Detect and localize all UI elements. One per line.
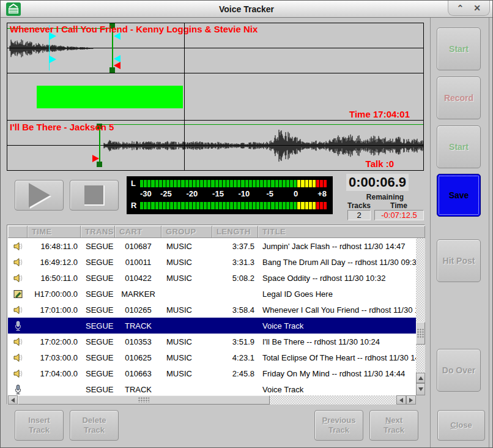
log-row[interactable]: H17:00:00.0SEGUEMARKERLegal ID Goes Here	[8, 286, 416, 302]
talk-overlay-label: Talk :0	[366, 159, 394, 169]
scroll-left-button[interactable]	[396, 395, 406, 405]
scroll-left-button[interactable]	[8, 395, 18, 405]
arrow-left-icon	[11, 398, 15, 403]
meter-segment	[155, 180, 158, 187]
meter-segment	[301, 202, 304, 209]
cell-title: Friday On My Mind -- rdhost 11/30 14:44	[258, 369, 416, 378]
meter-segment	[316, 180, 319, 187]
do-over-button[interactable]: Do Over	[437, 349, 481, 392]
stop-button[interactable]	[70, 180, 119, 211]
previous-track-button[interactable]: PreviousTrack	[314, 410, 363, 441]
speaker-icon	[8, 273, 28, 283]
voice-tracker-window: Voice Tracker ⌃ ✕ Whenever I Call You Fr…	[0, 0, 493, 448]
playhead-cursor[interactable]	[184, 23, 185, 170]
log-row[interactable]: 16:49:12.0SEGUE010011MUSIC3:31.3Bang The…	[8, 254, 416, 270]
meter-segment	[159, 180, 162, 187]
track-next-cart[interactable]: I'll Be There - Jackson 5 Talk :0	[7, 121, 423, 170]
meter-segment	[320, 202, 323, 209]
log-row[interactable]: 17:04:00.0SEGUE010663MUSIC2:45.8Friday O…	[8, 365, 416, 381]
scrollbar-grip	[417, 329, 424, 338]
scroll-right-button[interactable]	[406, 395, 416, 405]
meter-segment	[313, 180, 316, 187]
meter-segment	[283, 180, 286, 187]
meter-segment	[237, 202, 240, 209]
cell-cart: TRACK	[115, 385, 161, 394]
log-row[interactable]: 16:48:11.0SEGUE010687MUSIC3:37.5Jumpin' …	[8, 238, 416, 254]
cell-time: 17:01:00.0	[28, 305, 81, 315]
meter-segment	[174, 202, 177, 209]
meter-segment	[185, 180, 188, 187]
meter-segment	[147, 202, 150, 209]
meter-segment	[196, 180, 199, 187]
end-marker-handle[interactable]	[114, 62, 120, 69]
cell-group: MUSIC	[161, 274, 212, 283]
play-button[interactable]	[15, 180, 64, 211]
scrollbar-corner	[416, 395, 425, 405]
cell-title: Space Oddity -- rdhost 11/30 10:32	[258, 274, 416, 283]
cell-time: 17:04:00.0	[28, 369, 81, 378]
log-row[interactable]: SEGUETRACKVoice Track	[8, 381, 416, 395]
scroll-up-button[interactable]	[416, 373, 425, 383]
marker-icon	[8, 289, 28, 299]
horizontal-scrollbar[interactable]	[8, 395, 416, 405]
stop-icon	[84, 185, 105, 206]
log-row[interactable]: 17:01:00.0SEGUE010265MUSIC3:58.4Whenever…	[8, 302, 416, 318]
close-button[interactable]: Close	[437, 410, 485, 441]
log-row[interactable]: 16:50:11.0SEGUE010422MUSIC5:08.2Space Od…	[8, 270, 416, 286]
speaker-icon	[8, 337, 28, 347]
meter-segment	[177, 202, 180, 209]
track-voice[interactable]: Time 17:04:01	[7, 73, 423, 120]
meter-segment	[185, 202, 188, 209]
meter-segment	[283, 202, 286, 209]
voice-track-region[interactable]	[37, 86, 183, 108]
meter-right-bar	[140, 202, 327, 209]
arrow-down-icon	[418, 387, 423, 391]
meter-segment	[297, 202, 300, 209]
record-button[interactable]: Record	[437, 77, 481, 119]
titlebar[interactable]: Voice Tracker ⌃ ✕	[1, 1, 492, 18]
column-header: GROUP	[161, 226, 212, 237]
log-row[interactable]: SEGUETRACKVoice Track	[8, 318, 416, 334]
insert-track-button[interactable]: InsertTrack	[15, 410, 64, 441]
start-marker-handle[interactable]	[92, 155, 99, 162]
column-header	[8, 226, 28, 237]
scroll-down-button[interactable]	[416, 383, 425, 395]
cell-cart: 010687	[115, 242, 161, 251]
vertical-scrollbar-thumb[interactable]	[416, 322, 425, 345]
meter-segment	[264, 180, 267, 187]
log-row[interactable]: 17:02:00.0SEGUE010353MUSIC3:51.9I'll Be …	[8, 334, 416, 349]
start-button[interactable]: Start	[437, 28, 481, 70]
meter-segment	[215, 202, 218, 209]
shade-window-icon[interactable]: ⌃	[457, 4, 464, 12]
log-table-header: TIMETRANSCARTGROUPLENGTHTITLE	[8, 226, 425, 238]
fade-marker-handle[interactable]	[50, 56, 56, 63]
meter-segment	[230, 180, 233, 187]
meter-segment	[294, 202, 297, 209]
hit-post-button[interactable]: Hit Post	[437, 239, 481, 282]
meter-segment	[155, 202, 158, 209]
meter-segment	[223, 202, 226, 209]
horizontal-scrollbar-thumb[interactable]	[18, 395, 270, 405]
delete-track-button[interactable]: DeleteTrack	[70, 410, 119, 441]
close-window-icon[interactable]: ✕	[473, 4, 481, 12]
meter-segment	[204, 202, 207, 209]
vertical-scrollbar[interactable]	[416, 238, 425, 395]
meter-segment	[271, 202, 274, 209]
cell-length: 3:58.4	[212, 305, 258, 315]
start-button[interactable]: Start	[437, 125, 481, 168]
scrollbar-grip	[138, 397, 149, 403]
column-header: TIME	[28, 226, 81, 237]
cell-cart: 010011	[115, 258, 161, 267]
meter-segment	[297, 180, 300, 187]
meter-tick-label: -25	[160, 189, 172, 198]
meter-segment	[313, 202, 316, 209]
track-previous-cart[interactable]: Whenever I Call You Friend - Kenny Loggi…	[7, 23, 423, 73]
marker-handle-bottom[interactable]	[97, 162, 102, 167]
remaining-tracks-label: Tracks	[344, 201, 374, 210]
log-row[interactable]: 17:03:00.0SEGUE010625MUSIC4:23.1Total Ec…	[8, 349, 416, 365]
next-track-button[interactable]: NextTrack	[369, 410, 418, 441]
meter-segment	[196, 202, 199, 209]
save-button[interactable]: Save	[437, 174, 481, 217]
cell-title: I'll Be There -- rdhost 11/30 10:24	[258, 337, 416, 346]
cell-cart: 010422	[115, 274, 161, 283]
